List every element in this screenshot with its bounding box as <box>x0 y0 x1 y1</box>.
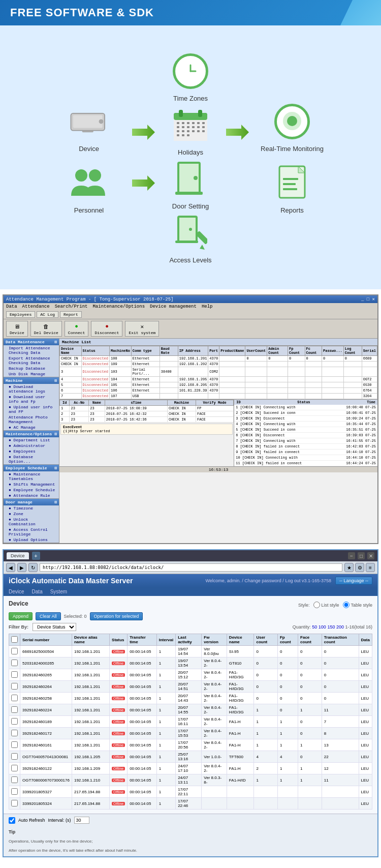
sidebar-dept[interactable]: ● Department List <box>4 437 59 443</box>
table-row[interactable]: 323232018-07-25 16:42:36CHECK INFACE <box>60 417 234 423</box>
menu-data[interactable]: Data <box>6 304 17 309</box>
language-btn[interactable]: -- Language -- <box>335 577 372 585</box>
list-style-radio[interactable] <box>313 602 320 608</box>
sidebar-shifts[interactable]: ● Shifts Management <box>4 482 59 487</box>
list-style-opt[interactable]: List style <box>313 602 339 608</box>
browser-tab-device[interactable]: Device <box>7 552 29 559</box>
sidebar-unlock[interactable]: ● Unlock Combination <box>4 517 59 527</box>
row-checkbox[interactable] <box>11 765 18 771</box>
sidebar-att-rule[interactable]: ● Attendance Rule <box>4 493 59 498</box>
table-cell[interactable] <box>9 751 20 763</box>
table-row[interactable]: 3929182460189192.168.1.201Offline00:00:1… <box>9 716 372 728</box>
table-row[interactable]: 52031824000265192.168.1.201Offline00:00:… <box>9 657 372 669</box>
table-row[interactable]: 4Disconnected104Ethernet192.168.1.205437… <box>60 377 377 382</box>
table-row[interactable]: 66691825000504192.168.1.201Offline00:00:… <box>9 646 372 657</box>
table-row[interactable]: 3929182460265192.168.1.201Offline00:00:1… <box>9 669 372 681</box>
machine-table-wrap[interactable]: Device Name Status MachineNo Comm type B… <box>59 346 377 399</box>
table-row[interactable]: 3399201805324217.65.194.88Offline00:00:1… <box>9 798 372 810</box>
sidebar-import[interactable]: Import Attendance Checking Data <box>4 345 59 355</box>
sidebar-photo[interactable]: Attendance Photo Management <box>4 414 59 425</box>
table-row[interactable]: 3929182460264192.168.1.201Offline00:00:1… <box>9 681 372 693</box>
table-row[interactable]: 3Disconnected103Serial Port/...38400COM2 <box>60 367 377 377</box>
row-checkbox[interactable] <box>11 660 18 666</box>
table-cell[interactable] <box>9 681 20 693</box>
table-cell[interactable] <box>9 728 20 739</box>
sidebar-emp-sched[interactable]: ● Employee Schedule <box>4 487 59 493</box>
table-row[interactable]: 3399201805327217.65.194.88Offline00:00:1… <box>9 786 372 798</box>
sidebar-db[interactable]: ● Database Option... <box>4 454 59 464</box>
refresh-btn[interactable]: ↻ <box>28 563 38 572</box>
interval-input[interactable] <box>74 817 89 824</box>
qty-150[interactable]: 150 <box>327 624 335 630</box>
menu-device-mgmt[interactable]: Device management <box>150 304 197 309</box>
toolbar-del-device[interactable]: 🗑 Del Device <box>30 321 62 337</box>
menu-attendance[interactable]: Attendance <box>22 304 50 309</box>
sidebar-dl-logs[interactable]: ● Download attendance logs <box>4 384 59 394</box>
sidebar-ac[interactable]: ● AC Manage <box>4 425 59 430</box>
sidebar-employees[interactable]: ● Employees <box>4 448 59 454</box>
row-checkbox[interactable] <box>11 730 18 736</box>
table-cell[interactable] <box>9 798 20 810</box>
table-style-radio[interactable] <box>343 602 350 608</box>
row-checkbox[interactable] <box>11 800 18 806</box>
table-row[interactable]: 5Disconnected105Ethernet192.168.0.205437… <box>60 382 377 388</box>
sidebar-dl-user[interactable]: ● Download user info and Fp <box>4 394 59 404</box>
select-all-checkbox[interactable] <box>11 636 18 643</box>
clear-all-btn[interactable]: Clear All <box>36 612 61 620</box>
qty-100[interactable]: 100 <box>319 624 326 630</box>
maximize-btn[interactable]: □ <box>358 552 365 559</box>
row-checkbox[interactable] <box>11 776 18 783</box>
sidebar-maint-timetable[interactable]: ● Maintenance Timetables <box>4 471 59 482</box>
operation-btn[interactable]: Operation for selected <box>90 612 143 620</box>
table-row[interactable]: CHECK INDisconnected108Ethernet192.168.1… <box>60 356 377 362</box>
row-checkbox[interactable] <box>11 671 18 678</box>
devices-table-wrap[interactable]: Serial number Device alias name Status T… <box>9 634 372 810</box>
table-cell[interactable] <box>9 669 20 681</box>
browser-tab-add[interactable]: + <box>32 552 40 560</box>
sidebar-header-maint[interactable]: Maintenance/Options ⊞ <box>4 431 59 437</box>
minimize-btn[interactable]: − <box>348 552 355 559</box>
sidebar-header-sched[interactable]: Employee Schedule ⊞ <box>4 465 59 471</box>
sidebar-export[interactable]: Export Attendance Checking Data <box>4 355 59 366</box>
menu-search[interactable]: Search/Print <box>55 304 88 309</box>
row-checkbox[interactable] <box>11 741 18 748</box>
nav-device[interactable]: Device <box>9 589 24 594</box>
sidebar-backup[interactable]: Backup Database <box>4 366 59 371</box>
sidebar-ul-user[interactable]: ● Upload user info and FP <box>4 404 59 414</box>
back-btn[interactable]: ◀ <box>6 563 15 572</box>
tab-employees[interactable]: Employees <box>6 311 35 318</box>
append-btn[interactable]: Append <box>9 612 33 620</box>
auto-refresh-checkbox[interactable] <box>9 817 15 824</box>
table-cell[interactable] <box>9 693 20 704</box>
qty-50[interactable]: 50 <box>312 624 317 630</box>
table-row[interactable]: 123232018-07-25 16:08:39CHECK INFP <box>60 406 234 411</box>
nav-data[interactable]: Data <box>32 589 43 594</box>
toolbar-device[interactable]: 🖥 Device <box>6 321 28 337</box>
table-row[interactable]: 3929182460122192.168.1.209Offline00:00:1… <box>9 763 372 774</box>
close-btn[interactable]: ✕ <box>367 552 374 559</box>
table-row[interactable]: CHECK INDisconnected109Ethernet192.168.1… <box>60 362 377 367</box>
sidebar-upload-opt[interactable]: ● Upload Options <box>4 537 59 543</box>
sidebar-header-data[interactable]: Data Maintenance ⊞ <box>4 339 59 345</box>
sidebar-access-priv[interactable]: ● Access Control Privilege <box>4 527 59 537</box>
sidebar-zone[interactable]: ● Zone <box>4 511 59 517</box>
toolbar-disconnect[interactable]: ● Disconnect <box>91 321 122 337</box>
filter-select[interactable]: Device Status <box>33 623 76 631</box>
table-cell[interactable] <box>9 763 20 774</box>
address-bar[interactable] <box>40 563 342 572</box>
ams-menubar[interactable]: Data Attendance Search/Print Maintenance… <box>4 303 377 310</box>
toolbar-exit[interactable]: ✕ Exit system <box>125 321 159 337</box>
tab-report[interactable]: Report <box>60 311 82 318</box>
toolbar-connect[interactable]: ● Connect <box>65 321 89 337</box>
table-cell[interactable] <box>9 657 20 669</box>
table-row[interactable]: 3929182460161192.168.1.201Offline00:00:1… <box>9 739 372 751</box>
row-checkbox[interactable] <box>11 706 18 713</box>
table-cell[interactable] <box>9 786 20 798</box>
bookmark-btn[interactable]: ★ <box>344 563 354 572</box>
row-checkbox[interactable] <box>11 788 18 795</box>
table-row[interactable]: 6Disconnected106Ethernet101.81.228.39437… <box>60 388 377 394</box>
nav-system[interactable]: System <box>50 589 67 594</box>
table-style-opt[interactable]: Table style <box>343 602 372 608</box>
table-row[interactable]: OGT70400570413O0081192.168.1.205Offline0… <box>9 751 372 763</box>
qty-200[interactable]: 200 <box>336 624 344 630</box>
